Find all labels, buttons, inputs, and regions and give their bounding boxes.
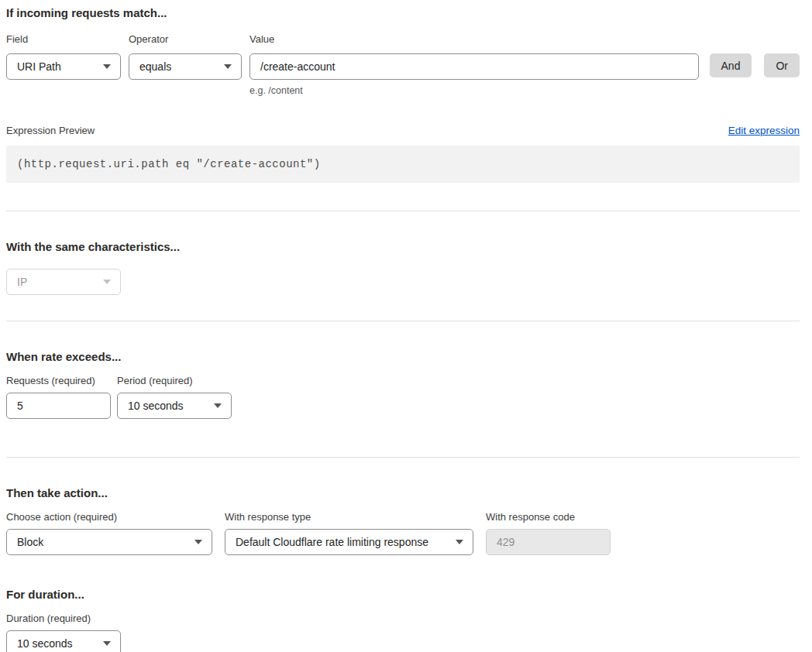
field-label: Field xyxy=(6,34,121,45)
response-type-column: With response type Default Cloudflare ra… xyxy=(225,512,473,555)
match-section-heading: If incoming requests match... xyxy=(6,6,800,19)
match-fields-row: Field URI Path Operator equals Value e.g… xyxy=(6,34,800,96)
expression-preview-box: (http.request.uri.path eq "/create-accou… xyxy=(6,146,800,183)
section-divider xyxy=(6,321,800,321)
rate-limiting-rule-form: If incoming requests match... Field URI … xyxy=(0,0,812,652)
field-select[interactable]: URI Path xyxy=(6,53,121,80)
duration-section-heading: For duration... xyxy=(6,588,800,601)
duration-column: Duration (required) 10 seconds xyxy=(6,613,121,652)
chevron-down-icon xyxy=(224,64,232,69)
duration-fields-row: Duration (required) 10 seconds xyxy=(6,613,800,652)
action-fields-row: Choose action (required) Block With resp… xyxy=(6,512,800,555)
choose-action-label: Choose action (required) xyxy=(6,512,212,523)
response-code-column: With response code xyxy=(486,512,611,555)
expression-preview-code: (http.request.uri.path eq "/create-accou… xyxy=(17,158,321,170)
characteristics-section: With the same characteristics... IP xyxy=(6,240,800,295)
characteristics-section-heading: With the same characteristics... xyxy=(6,240,800,253)
choose-action-select[interactable]: Block xyxy=(6,529,212,555)
field-select-value: URI Path xyxy=(17,60,61,73)
duration-label: Duration (required) xyxy=(6,613,121,624)
chevron-down-icon xyxy=(103,64,111,69)
value-helper-text: e.g. /content xyxy=(249,85,699,96)
chevron-down-icon xyxy=(214,403,222,408)
choose-action-column: Choose action (required) Block xyxy=(6,512,212,555)
chevron-down-icon xyxy=(456,540,463,544)
section-divider xyxy=(6,457,800,458)
value-label: Value xyxy=(249,34,699,45)
characteristic-select: IP xyxy=(6,269,121,295)
rate-section: When rate exceeds... Requests (required)… xyxy=(6,350,800,419)
period-select[interactable]: 10 seconds xyxy=(117,393,232,419)
response-code-input xyxy=(486,529,611,555)
characteristics-row: IP xyxy=(6,269,800,295)
requests-column: Requests (required) xyxy=(6,376,111,419)
rate-section-heading: When rate exceeds... xyxy=(6,350,800,363)
or-button[interactable]: Or xyxy=(764,53,800,77)
response-type-select-value: Default Cloudflare rate limiting respons… xyxy=(236,536,428,548)
response-type-label: With response type xyxy=(225,512,473,523)
response-type-select[interactable]: Default Cloudflare rate limiting respons… xyxy=(225,529,473,555)
operator-label: Operator xyxy=(129,34,242,45)
section-divider xyxy=(6,211,800,211)
period-label: Period (required) xyxy=(117,376,232,386)
value-column: Value e.g. /content xyxy=(249,34,699,96)
and-button[interactable]: And xyxy=(710,53,752,77)
field-column: Field URI Path xyxy=(6,34,121,80)
chevron-down-icon xyxy=(103,641,111,646)
response-code-label: With response code xyxy=(486,512,611,523)
period-column: Period (required) 10 seconds xyxy=(117,376,232,419)
requests-input[interactable] xyxy=(6,393,111,419)
and-or-buttons: And Or xyxy=(710,53,800,77)
duration-section: For duration... Duration (required) 10 s… xyxy=(6,588,800,652)
duration-select[interactable]: 10 seconds xyxy=(6,630,121,652)
duration-select-value: 10 seconds xyxy=(17,637,73,650)
operator-select-value: equals xyxy=(139,60,171,73)
operator-column: Operator equals xyxy=(129,34,242,80)
choose-action-select-value: Block xyxy=(17,536,43,548)
expression-preview-label: Expression Preview xyxy=(6,125,95,136)
chevron-down-icon xyxy=(194,540,202,544)
action-section-heading: Then take action... xyxy=(6,486,800,499)
operator-select[interactable]: equals xyxy=(129,53,242,80)
edit-expression-link[interactable]: Edit expression xyxy=(728,125,800,136)
expression-preview-header: Expression Preview Edit expression xyxy=(6,125,800,136)
requests-label: Requests (required) xyxy=(6,376,111,386)
chevron-down-icon xyxy=(103,280,111,284)
characteristic-select-value: IP xyxy=(17,276,27,288)
rate-fields-row: Requests (required) Period (required) 10… xyxy=(6,376,800,419)
match-section: If incoming requests match... Field URI … xyxy=(6,6,800,183)
value-input[interactable] xyxy=(249,53,699,80)
period-select-value: 10 seconds xyxy=(128,400,184,412)
action-section: Then take action... Choose action (requi… xyxy=(6,486,800,555)
